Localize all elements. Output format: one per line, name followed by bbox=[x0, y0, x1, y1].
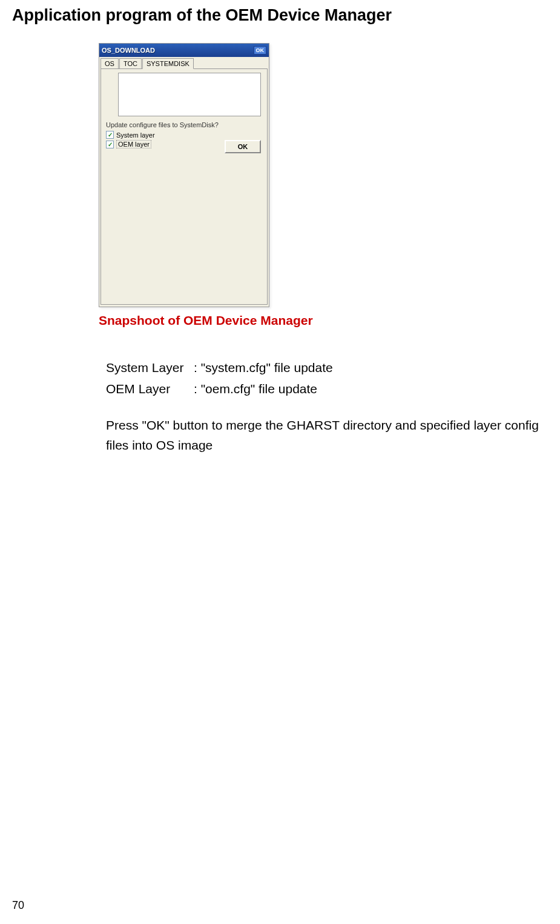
tab-os[interactable]: OS bbox=[100, 58, 119, 69]
body-value: : "system.cfg" file update bbox=[194, 358, 333, 378]
body-label: OEM Layer bbox=[106, 379, 194, 399]
window-title: OS_DOWNLOAD bbox=[102, 47, 155, 54]
tab-systemdisk[interactable]: SYSTEMDISK bbox=[142, 58, 194, 69]
ok-button[interactable]: OK bbox=[225, 140, 261, 153]
caption: Snapshoot of OEM Device Manager bbox=[99, 313, 548, 328]
checkbox-label: System layer bbox=[116, 131, 155, 139]
tabstrip: OS TOC SYSTEMDISK bbox=[99, 57, 269, 69]
body-row-system-layer: System Layer : "system.cfg" file update bbox=[106, 358, 548, 378]
body-paragraph: Press "OK" button to merge the GHARST di… bbox=[106, 416, 548, 455]
checkbox-system-layer[interactable]: ✓ System layer bbox=[106, 131, 267, 139]
app-window: OS_DOWNLOAD OK OS TOC SYSTEMDISK Update … bbox=[99, 43, 269, 307]
page-number: 70 bbox=[12, 899, 24, 912]
question-text: Update configure files to SystemDisk? bbox=[106, 121, 267, 128]
body-value: : "oem.cfg" file update bbox=[194, 379, 317, 399]
body-text: System Layer : "system.cfg" file update … bbox=[106, 358, 548, 455]
tab-content: Update configure files to SystemDisk? ✓ … bbox=[100, 68, 268, 305]
screenshot-container: OS_DOWNLOAD OK OS TOC SYSTEMDISK Update … bbox=[99, 43, 548, 307]
checkbox-icon: ✓ bbox=[106, 131, 114, 139]
checkbox-label: OEM layer bbox=[116, 140, 151, 148]
content-box bbox=[118, 73, 261, 116]
checkbox-icon: ✓ bbox=[106, 141, 114, 148]
titlebar: OS_DOWNLOAD OK bbox=[99, 44, 269, 57]
tab-toc[interactable]: TOC bbox=[119, 58, 142, 69]
page-title: Application program of the OEM Device Ma… bbox=[12, 6, 548, 25]
titlebar-ok-button[interactable]: OK bbox=[254, 46, 267, 55]
body-row-oem-layer: OEM Layer : "oem.cfg" file update bbox=[106, 379, 548, 399]
body-label: System Layer bbox=[106, 358, 194, 378]
